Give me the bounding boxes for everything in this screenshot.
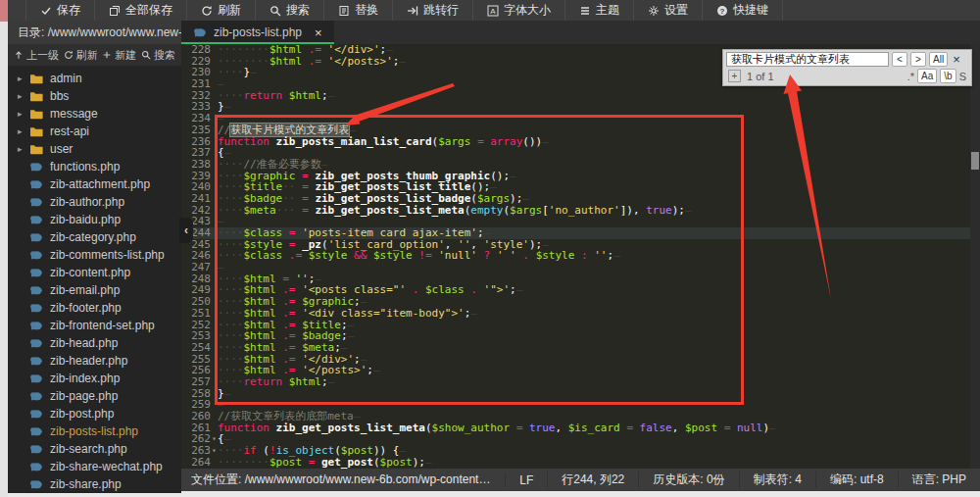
- php-file-icon: [29, 196, 43, 208]
- file-item-zib-page[interactable]: zib-page.php: [8, 387, 181, 405]
- file-item-zib-comments-list[interactable]: zib-comments-list.php: [8, 246, 181, 264]
- toolbar-button-search[interactable]: 搜索: [256, 0, 324, 21]
- file-item-zib-footer[interactable]: zib-footer.php: [8, 299, 181, 317]
- find-prev-button[interactable]: <: [892, 52, 907, 67]
- find-all-button[interactable]: All: [929, 52, 948, 67]
- scrollbar-thumb[interactable]: [971, 152, 979, 170]
- file-item-zib-index[interactable]: zib-index.php: [8, 370, 181, 387]
- tab-close-icon[interactable]: ×: [315, 25, 322, 40]
- code-line-264: 264········$post = get_post($post);–: [181, 457, 980, 469]
- fold-gutter: [211, 342, 218, 354]
- file-item-zib-baidu[interactable]: zib-baidu.php: [8, 211, 181, 228]
- expand-chevron-icon[interactable]: ▸: [18, 109, 29, 119]
- tab-strip: zib-posts-list.php ×: [181, 21, 980, 44]
- folder-item-message[interactable]: ▸message: [8, 105, 181, 123]
- file-item-zib-category[interactable]: zib-category.php: [8, 228, 181, 246]
- toolbar-button-replace[interactable]: 替换: [324, 0, 393, 21]
- tab-label: zib-posts-list.php: [214, 25, 302, 39]
- explorer-action-plus[interactable]: 新建: [102, 48, 136, 63]
- regex-toggle[interactable]: .*: [907, 71, 914, 82]
- file-tree: ▸admin▸bbs▸message▸rest-api▸userfunction…: [8, 66, 181, 493]
- code-line-257: 257····return $html;–: [181, 376, 980, 388]
- toolbar-button-save[interactable]: 保存: [25, 0, 95, 21]
- fold-arrow-icon[interactable]: ▾: [211, 433, 218, 445]
- breadcrumb: 目录: /www/wwwroot/www.new-6...: [8, 21, 181, 44]
- folder-icon: [29, 125, 43, 137]
- action-label: 刷新: [76, 48, 98, 63]
- whole-word-toggle[interactable]: \b: [940, 69, 956, 83]
- status-item: LF: [505, 473, 547, 487]
- file-item-zib-share[interactable]: zib-share.php: [8, 475, 181, 493]
- folder-item-admin[interactable]: ▸admin: [8, 70, 181, 87]
- toolbar-button-font-size[interactable]: A字体大小: [473, 0, 565, 21]
- search-input[interactable]: [726, 52, 889, 67]
- action-label: 上一级: [26, 48, 59, 63]
- editor-scrollbar[interactable]: [970, 44, 980, 469]
- line-number: 238: [181, 159, 211, 171]
- tab-zib-posts-list[interactable]: zib-posts-list.php ×: [181, 21, 334, 44]
- case-sensitive-toggle[interactable]: Aa: [917, 69, 937, 83]
- find-next-button[interactable]: >: [910, 52, 926, 67]
- line-number: 231: [181, 78, 211, 90]
- search-close-icon[interactable]: ×: [953, 52, 960, 67]
- file-item-zib-share-wechat[interactable]: zib-share-wechat.php: [8, 458, 181, 475]
- toolbar-button-save-all[interactable]: 全部保存: [95, 0, 187, 21]
- explorer-action-up[interactable]: 上一级: [14, 48, 59, 63]
- sidebar-collapse-handle[interactable]: ‹: [179, 218, 193, 243]
- expand-chevron-icon[interactable]: ▸: [18, 91, 29, 101]
- toolbar-button-theme[interactable]: 主题: [565, 0, 634, 21]
- file-item-zib-post[interactable]: zib-post.php: [8, 405, 181, 422]
- file-name: zib-index.php: [50, 372, 120, 385]
- file-item-zib-email[interactable]: zib-email.php: [8, 281, 181, 299]
- expand-chevron-icon[interactable]: ▸: [18, 74, 29, 83]
- file-name: zib-comments-list.php: [50, 248, 165, 262]
- file-name: zib-posts-list.php: [50, 424, 138, 438]
- toggle-replace-button[interactable]: +: [728, 70, 741, 82]
- folder-item-bbs[interactable]: ▸bbs: [8, 87, 181, 105]
- toolbar-label: 全部保存: [125, 2, 172, 19]
- toolbar-label: 主题: [596, 2, 619, 19]
- php-file-icon: [29, 249, 43, 261]
- toolbar-button-goto-line[interactable]: 跳转行: [393, 0, 473, 21]
- toolbar-label: 快捷键: [733, 2, 768, 19]
- file-item-zib-attachment[interactable]: zib-attachment.php: [8, 175, 181, 193]
- status-item: 编码: utf-8: [815, 472, 898, 488]
- file-name: zib-baidu.php: [50, 213, 121, 226]
- fold-gutter: [211, 113, 218, 124]
- fold-gutter: [211, 227, 218, 239]
- file-item-zib-posts-list[interactable]: zib-posts-list.php: [8, 422, 181, 440]
- file-item-zib-author[interactable]: zib-author.php: [8, 193, 181, 211]
- in-selection-toggle[interactable]: S: [959, 71, 966, 82]
- file-item-zib-search[interactable]: zib-search.php: [8, 440, 181, 458]
- code-text: ····return $html;–: [218, 90, 334, 102]
- file-name: zib-content.php: [50, 266, 130, 279]
- goto-line-icon: [407, 5, 418, 17]
- folder-item-rest-api[interactable]: ▸rest-api: [8, 123, 181, 140]
- explorer-action-search[interactable]: 搜索: [141, 48, 175, 63]
- toolbar-button-settings[interactable]: 设置: [634, 0, 703, 21]
- status-item: 语言: PHP: [898, 472, 980, 488]
- file-name: zib-frontend-set.php: [50, 319, 155, 332]
- explorer-action-refresh[interactable]: 刷新: [64, 48, 98, 63]
- tab-bar: 目录: /www/wwwroot/www.new-6... zib-posts-…: [8, 21, 980, 44]
- search-icon: [270, 5, 281, 17]
- toolbar-button-hotkey[interactable]: ?快捷键: [703, 0, 783, 21]
- code-editor[interactable]: 228········$html .= '</div>';–229·······…: [181, 44, 980, 469]
- file-name: zib-page.php: [50, 389, 118, 403]
- action-label: 新建: [115, 48, 136, 63]
- expand-chevron-icon[interactable]: ▸: [18, 126, 29, 136]
- file-item-zib-frontend-set[interactable]: zib-frontend-set.php: [8, 317, 181, 334]
- fold-gutter: [211, 320, 218, 331]
- file-item-zib-head[interactable]: zib-head.php: [8, 334, 181, 352]
- expand-chevron-icon[interactable]: ▸: [18, 144, 29, 154]
- fold-gutter: [211, 101, 218, 113]
- file-item-functions[interactable]: functions.php: [8, 158, 181, 175]
- file-item-zib-header[interactable]: zib-header.php: [8, 352, 181, 370]
- fold-arrow-icon[interactable]: ▾: [211, 445, 218, 457]
- fold-gutter: [211, 193, 218, 205]
- file-item-zib-content[interactable]: zib-content.php: [8, 264, 181, 281]
- toolbar-button-refresh[interactable]: 刷新: [187, 0, 256, 21]
- folder-item-user[interactable]: ▸user: [8, 140, 181, 158]
- fold-gutter: [211, 273, 218, 285]
- code-line-232: 232····return $html;–: [181, 90, 980, 102]
